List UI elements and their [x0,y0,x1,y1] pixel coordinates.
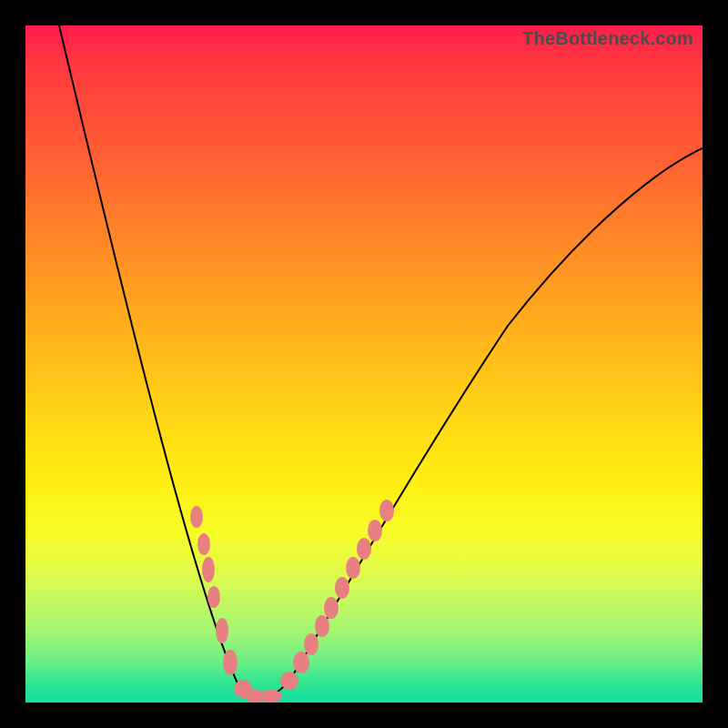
data-marker [324,597,339,619]
data-marker [368,520,382,541]
data-marker [280,672,298,690]
markers-group [190,500,394,703]
data-marker [216,618,228,643]
chart-frame: TheBottleneck.com [0,0,728,728]
data-marker [223,650,238,675]
bottleneck-curve [59,25,703,698]
curve-svg [25,25,703,703]
data-marker [293,652,309,673]
data-marker [315,615,329,637]
data-marker [304,633,318,655]
data-marker [335,577,349,599]
data-marker [357,538,371,560]
data-marker [379,500,394,521]
data-marker [207,586,220,608]
plot-area: TheBottleneck.com [25,25,703,703]
data-marker [346,557,360,579]
data-marker [190,506,203,528]
watermark-text: TheBottleneck.com [522,29,693,47]
data-marker [197,533,210,555]
data-marker [202,557,215,582]
data-marker [260,690,282,703]
